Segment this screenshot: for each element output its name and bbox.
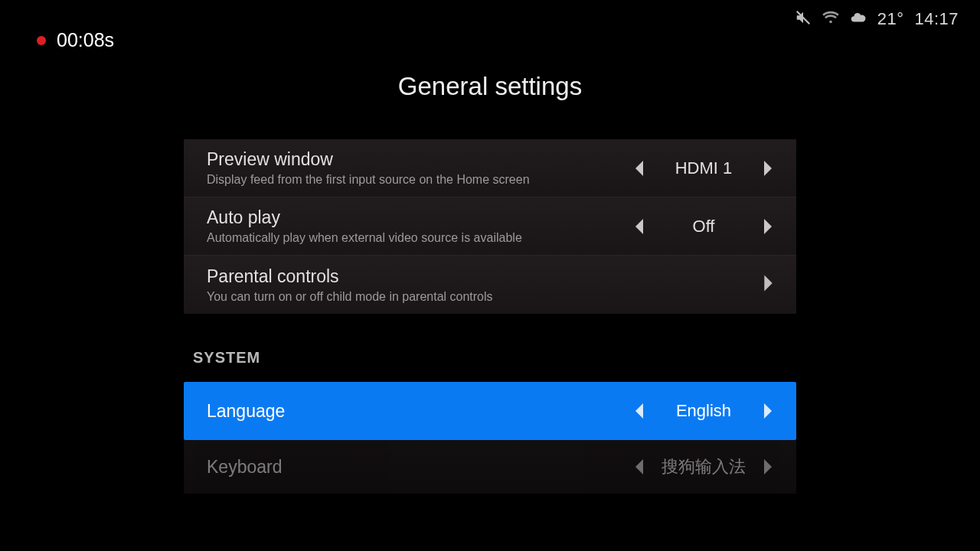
preview-value: HDMI 1 [662, 158, 746, 178]
language-value: English [662, 401, 746, 421]
section-header-system: SYSTEM [193, 349, 796, 367]
chevron-right-icon [763, 275, 773, 295]
page-title: General settings [0, 72, 980, 101]
row-auto-play[interactable]: Auto play Automatically play when extern… [184, 197, 796, 256]
recording-time: 00:08s [57, 29, 114, 51]
row-preview-window[interactable]: Preview window Display feed from the fir… [184, 139, 796, 197]
settings-panel: Preview window Display feed from the fir… [184, 139, 796, 494]
arrow-right-icon[interactable] [763, 403, 773, 419]
row-desc: Display feed from the first input source… [207, 173, 597, 187]
row-language[interactable]: Language English [184, 382, 796, 440]
arrow-right-icon[interactable] [763, 161, 773, 176]
temperature: 21° [877, 9, 904, 29]
row-desc: Automatically play when external video s… [207, 231, 597, 245]
recording-indicator: 00:08s [23, 21, 128, 59]
status-bar: 21° 14:17 [0, 0, 980, 35]
mute-icon [795, 9, 812, 30]
weather-icon [850, 9, 867, 30]
arrow-right-icon[interactable] [763, 459, 773, 474]
row-parental-controls[interactable]: Parental controls You can turn on or off… [184, 256, 796, 314]
autoplay-value: Off [662, 217, 746, 236]
row-keyboard[interactable]: Keyboard 搜狗输入法 [184, 440, 796, 494]
arrow-right-icon[interactable] [763, 219, 773, 234]
row-title: Preview window [207, 149, 597, 170]
wifi-icon [822, 9, 839, 30]
clock: 14:17 [914, 9, 959, 29]
row-title: Keyboard [207, 457, 597, 478]
row-desc: You can turn on or off child mode in par… [207, 290, 763, 304]
row-title: Language [207, 401, 597, 422]
row-title: Parental controls [207, 266, 763, 287]
row-title: Auto play [207, 207, 597, 228]
arrow-left-icon[interactable] [634, 403, 645, 419]
keyboard-value: 搜狗输入法 [662, 455, 746, 478]
arrow-left-icon[interactable] [634, 219, 645, 234]
arrow-left-icon[interactable] [634, 161, 645, 176]
arrow-left-icon[interactable] [634, 459, 645, 474]
record-dot-icon [37, 36, 46, 45]
